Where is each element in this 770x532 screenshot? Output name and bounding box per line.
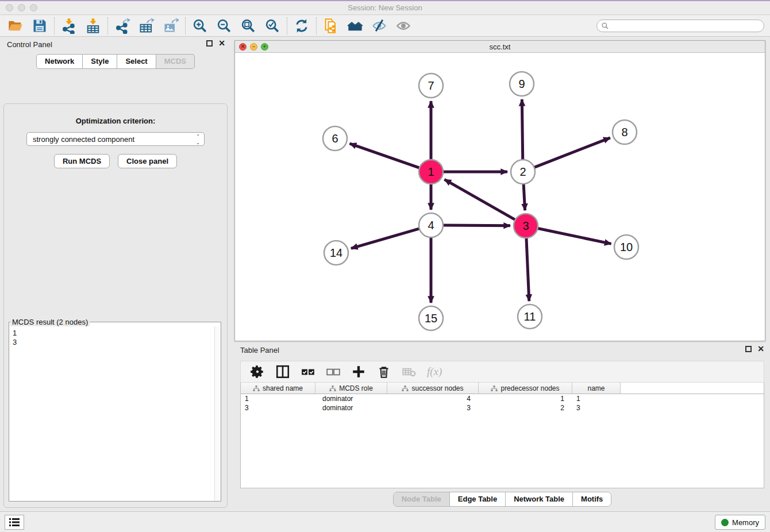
toolbar-separator xyxy=(316,17,317,34)
graph-node-label: 2 xyxy=(519,165,526,178)
float-panel-icon[interactable] xyxy=(206,40,213,47)
control-panel: Control Panel ✕ NetworkStyleSelectMCDS O… xyxy=(0,37,231,512)
graph-edge-4-3[interactable] xyxy=(442,225,510,226)
show-column-panel-button[interactable] xyxy=(275,363,290,381)
graph-edge-3-11[interactable] xyxy=(526,237,529,301)
show-all-button[interactable] xyxy=(394,17,413,35)
tab-network[interactable]: Network xyxy=(36,54,83,69)
deselect-all-rows-button[interactable] xyxy=(326,363,341,381)
tab-edge-table[interactable]: Edge Table xyxy=(450,492,506,506)
eye-icon xyxy=(395,18,411,34)
select-all-rows-button[interactable] xyxy=(301,363,315,381)
table-cell-filler xyxy=(621,394,764,403)
save-session-button[interactable] xyxy=(30,17,49,35)
tab-motifs[interactable]: Motifs xyxy=(573,492,611,506)
graph-edge-2-8[interactable] xyxy=(533,138,610,168)
export-image-button[interactable] xyxy=(161,17,180,35)
first-neighbors-button[interactable] xyxy=(345,17,365,35)
toolbar-separator xyxy=(107,17,108,34)
close-table-panel-icon[interactable]: ✕ xyxy=(757,346,764,352)
table-cell[interactable]: 1 xyxy=(572,394,621,403)
attribute-tree-icon xyxy=(402,385,409,392)
graph-node-label: 11 xyxy=(524,310,536,323)
application-window: Session: New Session xyxy=(0,0,770,532)
table-cell[interactable]: 3 xyxy=(572,403,621,413)
tab-mcds[interactable]: MCDS xyxy=(156,54,195,69)
column-header-name[interactable]: name xyxy=(572,383,621,394)
column-header-predecessor-nodes[interactable]: predecessor nodes xyxy=(479,383,572,394)
add-column-button[interactable] xyxy=(351,363,366,381)
zoom-in-button[interactable] xyxy=(190,17,210,35)
zoom-selected-icon xyxy=(264,18,280,34)
export-network-button[interactable] xyxy=(113,17,132,35)
import-table-button[interactable] xyxy=(83,17,103,35)
apply-function-button[interactable]: f(x) xyxy=(427,365,442,378)
network-window-title: scc.txt xyxy=(235,43,765,51)
control-panel-title: Control Panel xyxy=(7,40,52,49)
optimization-criterion-label: Optimization criterion: xyxy=(4,117,227,125)
graph-node-label: 15 xyxy=(425,312,437,325)
tab-style[interactable]: Style xyxy=(83,54,117,69)
tab-network-table[interactable]: Network Table xyxy=(506,492,573,506)
graph-edge-3-10[interactable] xyxy=(537,228,611,244)
network-view-window: ✕ − + scc.txt 7968124314101511 xyxy=(234,40,765,341)
table-settings-button[interactable] xyxy=(250,363,265,381)
network-canvas[interactable]: 7968124314101511 xyxy=(235,53,765,341)
graph-node-label: 1 xyxy=(428,165,434,178)
table-tab-group: Node TableEdge TableNetwork TableMotifs xyxy=(393,492,612,507)
attribute-tree-icon xyxy=(329,385,336,392)
table-row[interactable]: 1dominator411 xyxy=(241,394,764,403)
close-panel-button[interactable]: Close panel xyxy=(118,154,177,168)
network-window-titlebar[interactable]: ✕ − + scc.txt xyxy=(235,41,765,53)
toolbar-separator xyxy=(287,17,287,34)
mcds-result-title: MCDS result (2 nodes) xyxy=(10,318,90,326)
task-history-button[interactable] xyxy=(5,515,24,530)
delete-column-button[interactable] xyxy=(376,363,391,381)
import-network-button[interactable] xyxy=(59,17,79,35)
table-cell[interactable]: 4 xyxy=(387,394,479,403)
table-cell[interactable]: 1 xyxy=(479,394,572,403)
table-cell[interactable]: 3 xyxy=(241,403,315,413)
column-header-successor-nodes[interactable]: successor nodes xyxy=(387,383,479,394)
graph-edge-1-6[interactable] xyxy=(350,144,421,168)
zoom-fit-button[interactable] xyxy=(238,17,258,35)
refresh-button[interactable] xyxy=(292,17,311,35)
graph-edge-2-9[interactable] xyxy=(522,99,522,161)
column-header-MCDS-role[interactable]: MCDS role xyxy=(315,383,387,394)
graph-edge-2-3[interactable] xyxy=(523,183,525,210)
run-mcds-button[interactable]: Run MCDS xyxy=(54,154,110,168)
open-session-button[interactable] xyxy=(6,17,25,35)
export-network-icon xyxy=(114,18,130,34)
tab-node-table[interactable]: Node Table xyxy=(394,492,450,506)
clone-network-button[interactable] xyxy=(321,17,341,35)
main-toolbar xyxy=(0,16,770,37)
window-title: Session: New Session xyxy=(0,3,770,12)
clone-network-icon xyxy=(323,18,339,34)
refresh-icon xyxy=(294,18,310,34)
zoom-in-icon xyxy=(192,18,208,34)
table-cell[interactable]: dominator xyxy=(315,403,387,413)
table-cell[interactable]: 1 xyxy=(241,394,315,403)
graph-edge-3-1[interactable] xyxy=(444,179,516,220)
tab-select[interactable]: Select xyxy=(117,54,156,69)
hide-selected-button[interactable] xyxy=(369,17,389,35)
table-cell-filler xyxy=(621,403,764,413)
search-input[interactable] xyxy=(596,20,764,32)
zoom-out-button[interactable] xyxy=(214,17,234,35)
memory-button[interactable]: Memory xyxy=(715,515,765,530)
table-row[interactable]: 3dominator323 xyxy=(241,403,764,413)
graph-edge-4-14[interactable] xyxy=(351,228,421,248)
table-cell[interactable]: 3 xyxy=(387,403,479,413)
table-cell[interactable]: dominator xyxy=(315,394,387,403)
table-cell[interactable]: 2 xyxy=(479,403,572,413)
delete-table-button[interactable] xyxy=(402,363,417,381)
search-icon xyxy=(601,22,609,30)
zoom-selected-button[interactable] xyxy=(263,17,282,35)
column-header-shared-name[interactable]: shared name xyxy=(241,383,315,394)
export-table-button[interactable] xyxy=(137,17,156,35)
result-scrollbar[interactable] xyxy=(214,326,221,501)
chevron-up-down-icon: ⌃⌄ xyxy=(196,133,200,146)
float-table-panel-icon[interactable] xyxy=(745,346,752,352)
criterion-select[interactable]: strongly connected component ⌃⌄ xyxy=(26,132,205,146)
close-panel-icon[interactable]: ✕ xyxy=(218,40,225,47)
